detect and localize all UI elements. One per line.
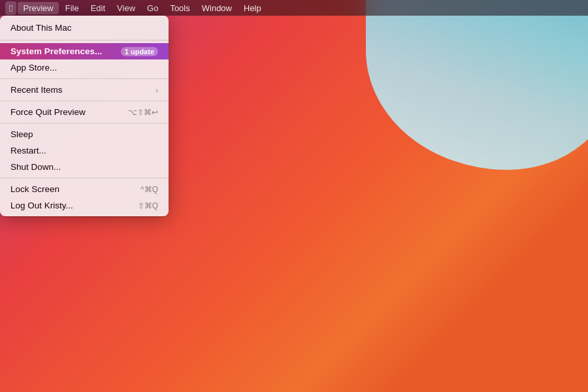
menubar-preview[interactable]: Preview [18,2,58,14]
menu-item-lock-screen[interactable]: Lock Screen ^⌘Q [0,181,169,197]
menubar-view[interactable]: View [112,2,140,14]
menubar-edit[interactable]: Edit [86,2,110,14]
log-out-shortcut: ⇧⌘Q [138,201,158,210]
menubar-go[interactable]: Go [142,2,163,14]
menubar-tools[interactable]: Tools [165,2,195,14]
submenu-chevron: › [155,86,158,94]
apple-dropdown-menu: About This Mac System Preferences... 1 u… [0,16,169,216]
separator-5 [0,178,169,178]
menu-item-restart[interactable]: Restart... [0,142,169,159]
menu-item-shut-down[interactable]: Shut Down... [0,159,169,175]
menu-item-system-prefs[interactable]: System Preferences... 1 update [0,43,169,59]
menubar-items:  Preview File Edit View Go Tools Window… [5,1,267,15]
menu-item-log-out[interactable]: Log Out Kristy... ⇧⌘Q [0,197,169,214]
menubar-window[interactable]: Window [197,2,237,14]
menu-item-force-quit[interactable]: Force Quit Preview ⌥⇧⌘↩ [0,104,169,120]
apple-menu-button[interactable]:  [5,1,16,15]
menu-item-recent-items[interactable]: Recent Items › [0,82,169,98]
separator-4 [0,123,169,123]
separator-3 [0,101,169,101]
separator-2 [0,78,169,79]
menubar-help[interactable]: Help [238,2,267,14]
lock-screen-shortcut: ^⌘Q [140,185,158,194]
update-badge: 1 update [121,47,158,56]
menu-item-about[interactable]: About This Mac [0,20,169,36]
menubar:  Preview File Edit View Go Tools Window… [0,0,588,16]
menu-section-about: About This Mac [0,18,169,37]
separator-1 [0,40,169,41]
menubar-file[interactable]: File [60,2,84,14]
force-quit-shortcut: ⌥⇧⌘↩ [128,108,158,117]
menu-item-sleep[interactable]: Sleep [0,126,169,142]
menu-item-app-store[interactable]: App Store... [0,59,169,76]
